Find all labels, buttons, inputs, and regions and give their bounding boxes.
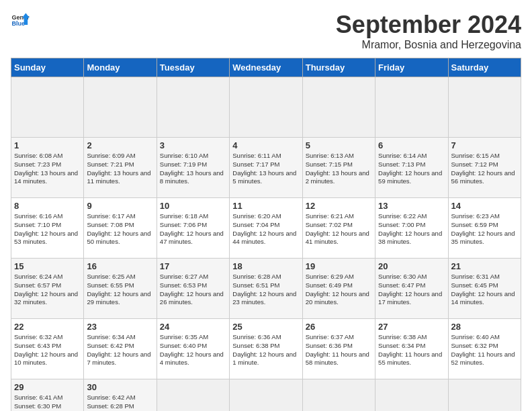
day-info: Sunrise: 6:36 AMSunset: 6:38 PMDaylight:… <box>232 333 299 367</box>
calendar-cell: 9Sunrise: 6:17 AMSunset: 7:08 PMDaylight… <box>84 198 157 259</box>
day-number: 2 <box>87 140 153 150</box>
day-info: Sunrise: 6:30 AMSunset: 6:47 PMDaylight:… <box>378 273 445 307</box>
calendar-cell: 18Sunrise: 6:28 AMSunset: 6:51 PMDayligh… <box>230 259 302 319</box>
calendar-cell: 23Sunrise: 6:34 AMSunset: 6:42 PMDayligh… <box>84 319 157 379</box>
calendar-cell: 16Sunrise: 6:25 AMSunset: 6:55 PMDayligh… <box>84 259 157 319</box>
day-number: 4 <box>232 140 299 150</box>
day-number: 22 <box>14 322 81 332</box>
day-number: 25 <box>232 322 299 332</box>
calendar-cell: 10Sunrise: 6:18 AMSunset: 7:06 PMDayligh… <box>157 198 229 259</box>
calendar-cell: 12Sunrise: 6:21 AMSunset: 7:02 PMDayligh… <box>302 198 375 259</box>
day-number: 27 <box>378 322 445 332</box>
calendar-cell: 28Sunrise: 6:40 AMSunset: 6:32 PMDayligh… <box>448 319 521 379</box>
calendar-cell: 13Sunrise: 6:22 AMSunset: 7:00 PMDayligh… <box>375 198 448 259</box>
weekday-header: Saturday <box>448 58 521 77</box>
calendar-cell: 30Sunrise: 6:42 AMSunset: 6:28 PMDayligh… <box>84 379 157 412</box>
calendar-cell: 15Sunrise: 6:24 AMSunset: 6:57 PMDayligh… <box>11 259 84 319</box>
calendar-cell: 27Sunrise: 6:38 AMSunset: 6:34 PMDayligh… <box>375 319 448 379</box>
day-info: Sunrise: 6:23 AMSunset: 6:59 PMDaylight:… <box>451 212 518 246</box>
weekday-header: Friday <box>375 58 448 77</box>
day-number: 6 <box>378 140 445 150</box>
logo: General Blue <box>11 11 30 30</box>
calendar-cell <box>302 77 375 138</box>
calendar-table: SundayMondayTuesdayWednesdayThursdayFrid… <box>11 58 521 411</box>
day-info: Sunrise: 6:18 AMSunset: 7:06 PMDaylight:… <box>160 212 226 246</box>
day-info: Sunrise: 6:34 AMSunset: 6:42 PMDaylight:… <box>87 333 153 367</box>
day-number: 11 <box>232 201 299 211</box>
day-info: Sunrise: 6:09 AMSunset: 7:21 PMDaylight:… <box>87 152 153 186</box>
day-info: Sunrise: 6:32 AMSunset: 6:43 PMDaylight:… <box>14 333 81 367</box>
calendar-cell: 26Sunrise: 6:37 AMSunset: 6:36 PMDayligh… <box>302 319 375 379</box>
day-info: Sunrise: 6:38 AMSunset: 6:34 PMDaylight:… <box>378 333 445 367</box>
calendar-cell <box>375 77 448 138</box>
day-info: Sunrise: 6:31 AMSunset: 6:45 PMDaylight:… <box>451 273 518 307</box>
day-info: Sunrise: 6:21 AMSunset: 7:02 PMDaylight:… <box>306 212 372 246</box>
day-info: Sunrise: 6:11 AMSunset: 7:17 PMDaylight:… <box>232 152 299 186</box>
calendar-cell <box>448 77 521 138</box>
day-info: Sunrise: 6:28 AMSunset: 6:51 PMDaylight:… <box>232 273 299 307</box>
day-info: Sunrise: 6:16 AMSunset: 7:10 PMDaylight:… <box>14 212 81 246</box>
weekday-header: Thursday <box>302 58 375 77</box>
calendar-cell: 1Sunrise: 6:08 AMSunset: 7:23 PMDaylight… <box>11 138 84 198</box>
day-number: 5 <box>306 140 372 150</box>
logo-icon: General Blue <box>11 11 30 30</box>
calendar-cell: 24Sunrise: 6:35 AMSunset: 6:40 PMDayligh… <box>157 319 229 379</box>
day-info: Sunrise: 6:13 AMSunset: 7:15 PMDaylight:… <box>306 152 372 186</box>
calendar-cell: 29Sunrise: 6:41 AMSunset: 6:30 PMDayligh… <box>11 379 84 412</box>
calendar-cell <box>230 379 302 412</box>
day-info: Sunrise: 6:37 AMSunset: 6:36 PMDaylight:… <box>306 333 372 367</box>
day-number: 3 <box>160 140 226 150</box>
calendar-cell <box>448 379 521 412</box>
svg-text:Blue: Blue <box>11 20 25 27</box>
day-number: 24 <box>160 322 226 332</box>
calendar-cell <box>157 77 229 138</box>
day-info: Sunrise: 6:14 AMSunset: 7:13 PMDaylight:… <box>378 152 445 186</box>
day-number: 13 <box>378 201 445 211</box>
day-number: 16 <box>87 261 153 271</box>
weekday-header: Monday <box>84 58 157 77</box>
day-info: Sunrise: 6:20 AMSunset: 7:04 PMDaylight:… <box>232 212 299 246</box>
day-number: 14 <box>451 201 518 211</box>
day-info: Sunrise: 6:29 AMSunset: 6:49 PMDaylight:… <box>306 273 372 307</box>
day-number: 18 <box>232 261 299 271</box>
title-area: September 2024 Mramor, Bosnia and Herzeg… <box>336 11 521 51</box>
day-info: Sunrise: 6:25 AMSunset: 6:55 PMDaylight:… <box>87 273 153 307</box>
calendar-cell <box>230 77 302 138</box>
day-info: Sunrise: 6:22 AMSunset: 7:00 PMDaylight:… <box>378 212 445 246</box>
calendar-cell <box>84 77 157 138</box>
day-number: 10 <box>160 201 226 211</box>
day-info: Sunrise: 6:42 AMSunset: 6:28 PMDaylight:… <box>87 394 153 411</box>
day-info: Sunrise: 6:27 AMSunset: 6:53 PMDaylight:… <box>160 273 226 307</box>
calendar-cell: 7Sunrise: 6:15 AMSunset: 7:12 PMDaylight… <box>448 138 521 198</box>
day-number: 1 <box>14 140 81 150</box>
calendar-cell: 5Sunrise: 6:13 AMSunset: 7:15 PMDaylight… <box>302 138 375 198</box>
calendar-cell <box>375 379 448 412</box>
weekday-header: Sunday <box>11 58 84 77</box>
day-number: 17 <box>160 261 226 271</box>
day-number: 20 <box>378 261 445 271</box>
calendar-cell: 22Sunrise: 6:32 AMSunset: 6:43 PMDayligh… <box>11 319 84 379</box>
day-info: Sunrise: 6:17 AMSunset: 7:08 PMDaylight:… <box>87 212 153 246</box>
location-title: Mramor, Bosnia and Herzegovina <box>336 39 521 51</box>
calendar-cell: 8Sunrise: 6:16 AMSunset: 7:10 PMDaylight… <box>11 198 84 259</box>
calendar-cell: 4Sunrise: 6:11 AMSunset: 7:17 PMDaylight… <box>230 138 302 198</box>
calendar-cell: 6Sunrise: 6:14 AMSunset: 7:13 PMDaylight… <box>375 138 448 198</box>
header: General Blue September 2024 Mramor, Bosn… <box>11 11 521 51</box>
calendar-cell: 25Sunrise: 6:36 AMSunset: 6:38 PMDayligh… <box>230 319 302 379</box>
calendar-cell: 3Sunrise: 6:10 AMSunset: 7:19 PMDaylight… <box>157 138 229 198</box>
weekday-header: Wednesday <box>230 58 302 77</box>
calendar-cell: 21Sunrise: 6:31 AMSunset: 6:45 PMDayligh… <box>448 259 521 319</box>
calendar-cell <box>157 379 229 412</box>
day-info: Sunrise: 6:40 AMSunset: 6:32 PMDaylight:… <box>451 333 518 367</box>
calendar-cell <box>11 77 84 138</box>
day-number: 23 <box>87 322 153 332</box>
calendar-cell: 2Sunrise: 6:09 AMSunset: 7:21 PMDaylight… <box>84 138 157 198</box>
day-number: 29 <box>14 382 81 392</box>
day-info: Sunrise: 6:24 AMSunset: 6:57 PMDaylight:… <box>14 273 81 307</box>
calendar-cell: 19Sunrise: 6:29 AMSunset: 6:49 PMDayligh… <box>302 259 375 319</box>
day-info: Sunrise: 6:41 AMSunset: 6:30 PMDaylight:… <box>14 394 81 411</box>
day-number: 28 <box>451 322 518 332</box>
calendar-cell: 14Sunrise: 6:23 AMSunset: 6:59 PMDayligh… <box>448 198 521 259</box>
day-number: 15 <box>14 261 81 271</box>
day-info: Sunrise: 6:10 AMSunset: 7:19 PMDaylight:… <box>160 152 226 186</box>
